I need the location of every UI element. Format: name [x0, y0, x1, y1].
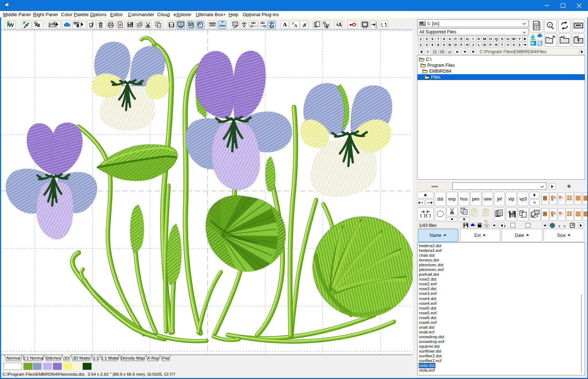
svg-text:”: ”	[221, 21, 223, 26]
svg-text:Flat: Flat	[162, 356, 169, 360]
svg-text:3D: 3D	[64, 356, 69, 360]
svg-text:f: f	[549, 23, 551, 27]
svg-text:1:1 Matte: 1:1 Matte	[101, 356, 119, 360]
svg-text:mm: mm	[209, 21, 216, 25]
svg-text:1:1: 1:1	[168, 22, 174, 27]
svg-text:1:1: 1:1	[93, 356, 99, 360]
svg-text:Density Map: Density Map	[121, 356, 144, 360]
svg-text:A: A	[283, 21, 287, 28]
svg-text:3D: 3D	[189, 23, 193, 27]
svg-text:1:1 Normal: 1:1 Normal	[23, 356, 43, 360]
svg-text:Normal: Normal	[7, 356, 20, 360]
svg-text:3D Matte: 3D Matte	[73, 356, 90, 360]
svg-text:Stitches: Stitches	[46, 356, 61, 360]
svg-text:A: A	[294, 22, 297, 28]
svg-text:X-Ray: X-Ray	[147, 356, 159, 360]
